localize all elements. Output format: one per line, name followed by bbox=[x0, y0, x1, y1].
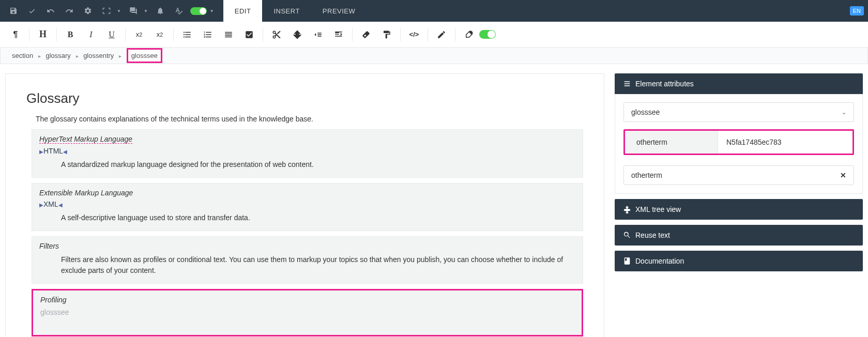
search-icon bbox=[623, 231, 631, 239]
attribute-row: otherterm N5fa17485ec783 bbox=[623, 129, 854, 155]
attribute-value[interactable]: N5fa17485ec783 bbox=[718, 131, 852, 154]
bold-icon[interactable]: B bbox=[60, 22, 81, 48]
fit-dropdown-caret[interactable]: ▼ bbox=[114, 9, 124, 13]
spellcheck-dropdown-caret[interactable]: ▼ bbox=[207, 9, 217, 13]
comments-icon[interactable] bbox=[124, 0, 143, 22]
breadcrumb-section[interactable]: section bbox=[12, 52, 33, 59]
glossdef: Filters are also known as profiles or co… bbox=[61, 254, 575, 276]
fit-icon[interactable] bbox=[97, 0, 116, 22]
element-select-value: glosssee bbox=[631, 108, 660, 116]
attribute-key: otherterm bbox=[625, 131, 718, 154]
undo-icon[interactable] bbox=[41, 0, 60, 22]
element-attributes-header[interactable]: Element attributes bbox=[615, 73, 863, 94]
code-icon[interactable]: </> bbox=[404, 22, 424, 48]
page-title: Glossary bbox=[26, 90, 583, 106]
top-toolbar: ▼ ▼ ▼ EDIT INSERT PREVIEW EN bbox=[0, 0, 868, 22]
editor-panel[interactable]: Glossary The glossary contains explanati… bbox=[5, 73, 604, 337]
chevron-down-icon: ⌄ bbox=[842, 109, 846, 116]
xml-tree-view-accordion[interactable]: XML tree view bbox=[615, 199, 863, 220]
glossterm: Extensible Markup Language bbox=[39, 189, 133, 197]
glossentry[interactable]: Filters Filters are also known as profil… bbox=[32, 236, 583, 284]
tab-preview[interactable]: PREVIEW bbox=[311, 0, 367, 22]
align-icon[interactable] bbox=[218, 22, 239, 48]
checklist-icon[interactable] bbox=[239, 22, 260, 48]
underline-icon[interactable]: U bbox=[101, 22, 122, 48]
pencil-icon[interactable] bbox=[431, 22, 452, 48]
cut-icon[interactable] bbox=[266, 22, 287, 48]
list-icon bbox=[623, 80, 631, 88]
comments-dropdown-caret[interactable]: ▼ bbox=[141, 9, 151, 13]
breadcrumb-glossary[interactable]: glossary bbox=[45, 52, 70, 59]
paragraph-icon[interactable]: ¶ bbox=[5, 22, 26, 48]
tab-insert[interactable]: INSERT bbox=[262, 0, 311, 22]
format-toolbar: ¶ H B I U x2 x2 </> bbox=[0, 22, 868, 48]
ul-icon[interactable] bbox=[177, 22, 197, 48]
feather-icon[interactable] bbox=[459, 22, 479, 48]
glossterm: Profiling bbox=[40, 296, 67, 304]
glossentry[interactable]: Extensible Markup Language ▶XML◀ A self-… bbox=[32, 183, 583, 231]
spellcheck-icon[interactable] bbox=[170, 0, 188, 22]
feather-toggle[interactable] bbox=[479, 30, 496, 39]
outdent-icon[interactable] bbox=[308, 22, 328, 48]
attribute-input[interactable]: otherterm ✕ bbox=[623, 165, 854, 185]
book-icon bbox=[623, 257, 631, 265]
superscript-icon[interactable]: x2 bbox=[129, 22, 149, 48]
save-icon[interactable] bbox=[4, 0, 23, 22]
subscript-icon[interactable]: x2 bbox=[149, 22, 170, 48]
breadcrumb-glossentry[interactable]: glossentry bbox=[83, 52, 114, 59]
compress-icon[interactable] bbox=[287, 22, 308, 48]
glossacronym: HTML bbox=[43, 147, 63, 155]
glossacronym: XML bbox=[43, 200, 58, 208]
bell-icon[interactable] bbox=[151, 0, 170, 22]
sitemap-icon bbox=[623, 205, 631, 213]
breadcrumb-glosssee[interactable]: glosssee bbox=[127, 48, 162, 63]
glossterm: HyperText Markup Language bbox=[39, 135, 132, 144]
tab-edit[interactable]: EDIT bbox=[223, 0, 263, 22]
heading-icon[interactable]: H bbox=[33, 22, 53, 48]
paint-icon[interactable] bbox=[376, 22, 397, 48]
italic-icon[interactable]: I bbox=[81, 22, 101, 48]
gear-icon[interactable] bbox=[79, 0, 97, 22]
breadcrumb: section ▸ glossary ▸ glossentry ▸ glosss… bbox=[0, 48, 868, 64]
eraser-icon[interactable] bbox=[356, 22, 376, 48]
glossdef: A self-descriptive language used to stor… bbox=[61, 212, 575, 223]
redo-icon[interactable] bbox=[60, 0, 79, 22]
glossentry[interactable]: HyperText Markup Language ▶HTML◀ A stand… bbox=[32, 129, 583, 178]
glossary-intro: The glossary contains explanations of th… bbox=[36, 115, 583, 123]
glosssee-placeholder: glosssee bbox=[40, 308, 574, 316]
check-icon[interactable] bbox=[23, 0, 41, 22]
documentation-accordion[interactable]: Documentation bbox=[615, 251, 863, 271]
glossdef: A standardized markup language designed … bbox=[61, 159, 575, 170]
attribute-input-value: otherterm bbox=[631, 171, 662, 179]
element-select[interactable]: glosssee ⌄ bbox=[623, 102, 854, 122]
glossentry-selected[interactable]: Profiling glosssee bbox=[32, 289, 583, 336]
ol-icon[interactable] bbox=[197, 22, 218, 48]
reuse-text-accordion[interactable]: Reuse text bbox=[615, 225, 863, 246]
glossterm: Filters bbox=[39, 242, 59, 250]
clear-icon[interactable]: ✕ bbox=[840, 171, 846, 179]
sidebar: Element attributes glosssee ⌄ otherterm … bbox=[615, 73, 868, 271]
spellcheck-toggle[interactable] bbox=[190, 7, 207, 15]
language-badge[interactable]: EN bbox=[850, 6, 864, 16]
indent-icon[interactable] bbox=[328, 22, 349, 48]
